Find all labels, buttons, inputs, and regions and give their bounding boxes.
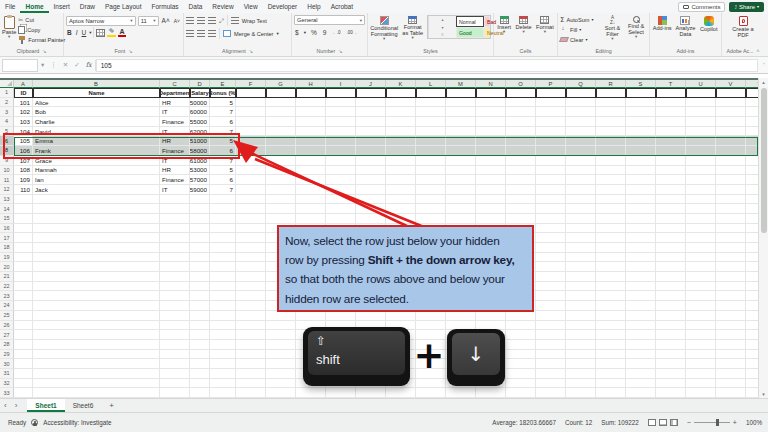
cell-F24[interactable] <box>236 301 266 311</box>
cell-U25[interactable] <box>686 311 716 321</box>
enter-icon[interactable]: ✓ <box>71 61 82 69</box>
cell-R15[interactable] <box>596 214 626 224</box>
sheet-prev-icon[interactable]: ‹ <box>0 401 11 410</box>
cell-V23[interactable] <box>716 291 746 301</box>
cell-U22[interactable] <box>686 282 716 292</box>
cell-T24[interactable] <box>656 301 686 311</box>
cell-R10[interactable] <box>596 166 626 176</box>
cell-U33[interactable] <box>686 388 716 398</box>
cell-T6[interactable] <box>656 136 686 146</box>
cell-J11[interactable] <box>356 175 386 185</box>
cell-F3[interactable] <box>236 107 266 117</box>
row-header-3[interactable]: 3 <box>0 107 14 117</box>
cell-K3[interactable] <box>386 107 416 117</box>
cell-N4[interactable] <box>476 117 506 127</box>
column-header-K[interactable]: K <box>386 80 416 88</box>
cell-C21[interactable] <box>160 272 190 282</box>
cell-Q17[interactable] <box>566 233 596 243</box>
cell-G10[interactable] <box>266 166 296 176</box>
cell-L8[interactable] <box>416 146 446 156</box>
cell-U8[interactable] <box>686 146 716 156</box>
cell-C33[interactable] <box>160 388 190 398</box>
cell-T31[interactable] <box>656 369 686 379</box>
align-bottom-icon[interactable] <box>208 17 216 24</box>
cell-R11[interactable] <box>596 175 626 185</box>
cell-V31[interactable] <box>716 369 746 379</box>
cell-A18[interactable] <box>14 243 33 253</box>
cell-D17[interactable] <box>190 233 210 243</box>
cell-N14[interactable] <box>476 204 506 214</box>
cell-E6[interactable]: 5 <box>210 136 236 146</box>
cell-M25[interactable] <box>446 311 476 321</box>
cell-F21[interactable] <box>236 272 266 282</box>
cell-B15[interactable] <box>33 214 160 224</box>
cell-P23[interactable] <box>536 291 566 301</box>
column-header-N[interactable]: N <box>476 80 506 88</box>
cell-C14[interactable] <box>160 204 190 214</box>
row-header-27[interactable]: 27 <box>0 330 14 340</box>
cell-T16[interactable] <box>656 224 686 234</box>
cell-A17[interactable] <box>14 233 33 243</box>
cell-Q26[interactable] <box>566 321 596 331</box>
row-header-23[interactable]: 23 <box>0 291 14 301</box>
cell-C32[interactable] <box>160 379 190 389</box>
cell-E29[interactable] <box>210 350 236 360</box>
cell-O29[interactable] <box>506 350 536 360</box>
cell-D26[interactable] <box>190 321 210 331</box>
cell-V4[interactable] <box>716 117 746 127</box>
tab-acrobat[interactable]: Acrobat <box>326 0 358 13</box>
cell-A26[interactable] <box>14 321 33 331</box>
column-header-I[interactable]: I <box>326 80 356 88</box>
cell-D33[interactable] <box>190 388 210 398</box>
cell-A30[interactable] <box>14 359 33 369</box>
format-painter-button[interactable]: Format Painter <box>18 35 65 44</box>
cell-O31[interactable] <box>506 369 536 379</box>
cell-Q15[interactable] <box>566 214 596 224</box>
cell-E16[interactable] <box>210 224 236 234</box>
cell-Q4[interactable] <box>566 117 596 127</box>
cell-M11[interactable] <box>446 175 476 185</box>
cell-O30[interactable] <box>506 359 536 369</box>
cell-U31[interactable] <box>686 369 716 379</box>
cell-A11[interactable]: 109 <box>14 175 33 185</box>
align-middle-icon[interactable] <box>197 17 205 24</box>
cell-A5[interactable]: 104 <box>14 127 33 137</box>
font-family-select[interactable]: Aptos Narrow▾ <box>66 16 136 26</box>
cell-V3[interactable] <box>716 107 746 117</box>
cell-L15[interactable] <box>416 214 446 224</box>
cell-A15[interactable] <box>14 214 33 224</box>
borders-icon[interactable] <box>96 29 105 37</box>
cell-G3[interactable] <box>266 107 296 117</box>
cell-J9[interactable] <box>356 156 386 166</box>
cell-Q3[interactable] <box>566 107 596 117</box>
cell-A28[interactable] <box>14 340 33 350</box>
cell-D24[interactable] <box>190 301 210 311</box>
cell-R31[interactable] <box>596 369 626 379</box>
cell-B4[interactable]: Charlie <box>33 117 160 127</box>
currency-button[interactable]: $ <box>294 29 300 36</box>
cell-W4[interactable] <box>746 117 758 127</box>
italic-button[interactable]: I <box>75 29 79 36</box>
cell-G32[interactable] <box>266 379 296 389</box>
cell-N2[interactable] <box>476 98 506 108</box>
zoom-in-icon[interactable]: + <box>733 419 737 426</box>
cell-S10[interactable] <box>626 166 656 176</box>
cell-K8[interactable] <box>386 146 416 156</box>
cell-J15[interactable] <box>356 214 386 224</box>
cell-I1[interactable] <box>326 88 356 98</box>
cell-Q8[interactable] <box>566 146 596 156</box>
column-header-S[interactable]: S <box>626 80 656 88</box>
cell-H11[interactable] <box>296 175 326 185</box>
cell-V12[interactable] <box>716 185 746 195</box>
cell-H25[interactable] <box>296 311 326 321</box>
cell-T33[interactable] <box>656 388 686 398</box>
cell-U24[interactable] <box>686 301 716 311</box>
cell-T2[interactable] <box>656 98 686 108</box>
cell-H12[interactable] <box>296 185 326 195</box>
cell-H8[interactable] <box>296 146 326 156</box>
row-header-4[interactable]: 4 <box>0 117 14 127</box>
cell-A16[interactable] <box>14 224 33 234</box>
cell-T19[interactable] <box>656 253 686 263</box>
cell-Q33[interactable] <box>566 388 596 398</box>
cell-U17[interactable] <box>686 233 716 243</box>
